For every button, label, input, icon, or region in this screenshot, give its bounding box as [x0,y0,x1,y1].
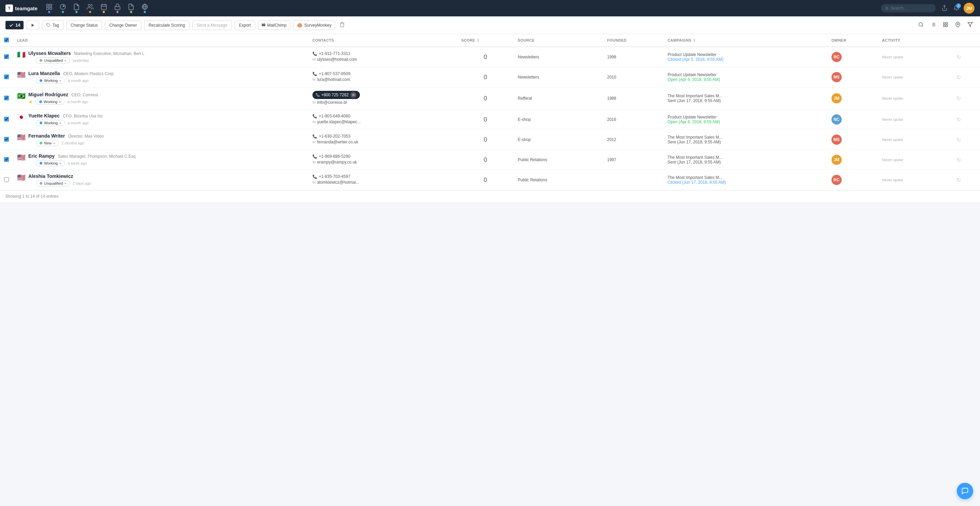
owner-avatar[interactable]: RC [832,52,842,62]
refresh-button[interactable]: ↻ [956,157,961,163]
row-checkbox[interactable] [4,117,9,121]
search-toolbar-icon[interactable] [916,20,925,30]
nav-file[interactable] [128,3,135,13]
send-message-button[interactable]: Send a Message [192,21,232,30]
nav-calendar[interactable] [100,3,107,13]
notification-bell[interactable]: 2 [953,5,959,12]
nav-dashboard[interactable] [46,3,52,13]
refresh-button[interactable]: ↻ [956,95,961,102]
status-dropdown-arrow[interactable]: ▾ [53,142,55,145]
mailchimp-button[interactable]: ✉ MailChimp [258,21,290,30]
row-checkbox[interactable] [4,177,9,182]
campaign-cell: The Most Important Sales M... Clicked (J… [663,170,827,190]
status-dropdown-arrow[interactable]: ▾ [59,100,61,104]
map-view-icon[interactable] [953,20,962,30]
share-icon[interactable] [940,3,949,14]
campaign-detail[interactable]: Open (Apr 6, 2018, 9:55 AM) [668,77,823,82]
row-checkbox-cell[interactable] [0,88,13,110]
refresh-button[interactable]: ↻ [956,54,961,60]
lead-name[interactable]: Eric Rampy [28,153,55,159]
status-dropdown-arrow[interactable]: ▾ [65,181,66,185]
app-logo[interactable]: T teamgate [5,5,38,12]
nav-document[interactable] [73,3,80,13]
refresh-button[interactable]: ↻ [956,75,961,80]
nav-chart[interactable] [59,3,66,13]
owner-avatar[interactable]: RC [832,175,842,185]
phone-pill[interactable]: +800 725 7282 ⧉ [312,91,360,99]
owner-header: Owner [827,34,878,47]
owner-avatar[interactable]: MS [832,72,842,82]
lead-name[interactable]: Aleshia Tomkiewicz [28,173,73,179]
lead-name-row: Eric Rampy Sales Manager, Thompson, Mich… [28,153,304,159]
owner-avatar[interactable]: JM [832,155,842,165]
time-ago: a month ago [67,100,88,104]
export-button[interactable]: Export [235,21,255,30]
status-dot [39,100,42,103]
row-checkbox-cell[interactable] [0,47,13,67]
refresh-button[interactable]: ↻ [956,177,961,183]
lead-name[interactable]: Fernanda Writer [28,133,65,138]
change-status-button[interactable]: Change Status [66,21,102,30]
refresh-button[interactable]: ↻ [956,117,961,123]
play-button[interactable] [26,21,39,30]
status-badge[interactable]: Unqualified ▾ [36,180,70,186]
row-checkbox[interactable] [4,75,9,79]
lead-name[interactable]: Yuette Klapec [28,113,60,118]
filter-icon[interactable] [966,20,975,30]
lead-meta: Working ▾ a week ago [28,160,304,166]
lead-name[interactable]: Miguel Rodríguez [28,92,68,97]
owner-avatar[interactable]: NC [832,115,842,125]
status-badge[interactable]: Working ▾ [36,120,65,126]
nav-globe[interactable] [142,3,148,13]
phone-number: +1-630-202-7053 [319,134,350,138]
owner-avatar[interactable]: MS [832,135,842,145]
status-dropdown-arrow[interactable]: ▾ [59,161,61,165]
list-view-icon[interactable] [929,20,938,30]
lead-flag: 🇺🇸 [17,71,25,79]
tag-button[interactable]: Tag [42,21,63,30]
status-dropdown-arrow[interactable]: ▾ [59,121,61,125]
status-dropdown-arrow[interactable]: ▾ [59,79,61,83]
status-dropdown-arrow[interactable]: ▾ [65,59,66,62]
phone-copy-btn[interactable]: ⧉ [350,92,356,98]
user-avatar[interactable]: JM [964,3,975,14]
owner-avatar[interactable]: JM [832,93,842,103]
row-checkbox-cell[interactable] [0,67,13,88]
lead-name[interactable]: Ulysses Mcwalters [28,51,71,56]
campaign-detail[interactable]: Open (Apr 6, 2018, 9:55 AM) [668,119,823,124]
surveymonkey-button[interactable]: 🐵 SurveyMonkey [293,21,335,30]
row-checkbox-cell[interactable] [0,170,13,190]
phone-item: 📞 +1-630-202-7053 [312,134,453,138]
status-badge[interactable]: Working ▾ [35,99,65,105]
founded-cell [603,170,663,190]
row-checkbox[interactable] [4,157,9,162]
search-input[interactable] [891,6,932,11]
campaign-detail[interactable]: Clicked (Jun 17, 2018, 9:55 AM) [668,180,823,185]
row-checkbox[interactable] [4,54,9,59]
table-row: 🇺🇸 Lura Manzella CEO, Modern Plastics Co… [0,67,980,88]
star-icon[interactable]: ★ [28,99,33,105]
campaign-detail[interactable]: Clicked (Apr 5, 2018, 9:55 AM) [668,57,823,62]
row-checkbox[interactable] [4,95,9,100]
change-owner-button[interactable]: Change Owner [105,21,142,30]
nav-people[interactable] [87,3,94,13]
founded-cell: 2012 [603,130,663,150]
select-all-checkbox[interactable] [4,38,9,42]
refresh-button[interactable]: ↻ [956,137,961,143]
recalculate-scoring-button[interactable]: Recalculate Scoring [144,21,189,30]
delete-button[interactable] [338,20,347,30]
status-badge[interactable]: Working ▾ [36,160,65,166]
lead-name[interactable]: Lura Manzella [28,71,60,76]
grid-view-icon[interactable] [941,20,950,30]
row-checkbox[interactable] [4,137,9,142]
select-all-header[interactable] [0,34,13,47]
search-box[interactable] [881,4,935,12]
lead-cell: 🇯🇵 Yuette Klapec CFO, Bizerba Usa Inc Wo… [13,110,308,130]
row-checkbox-cell[interactable] [0,150,13,170]
status-badge[interactable]: Unqualified ▾ [36,57,70,64]
nav-lock[interactable] [114,3,121,13]
status-badge[interactable]: New ▾ [36,140,59,146]
row-checkbox-cell[interactable] [0,130,13,150]
status-badge[interactable]: Working ▾ [36,78,65,84]
row-checkbox-cell[interactable] [0,110,13,130]
